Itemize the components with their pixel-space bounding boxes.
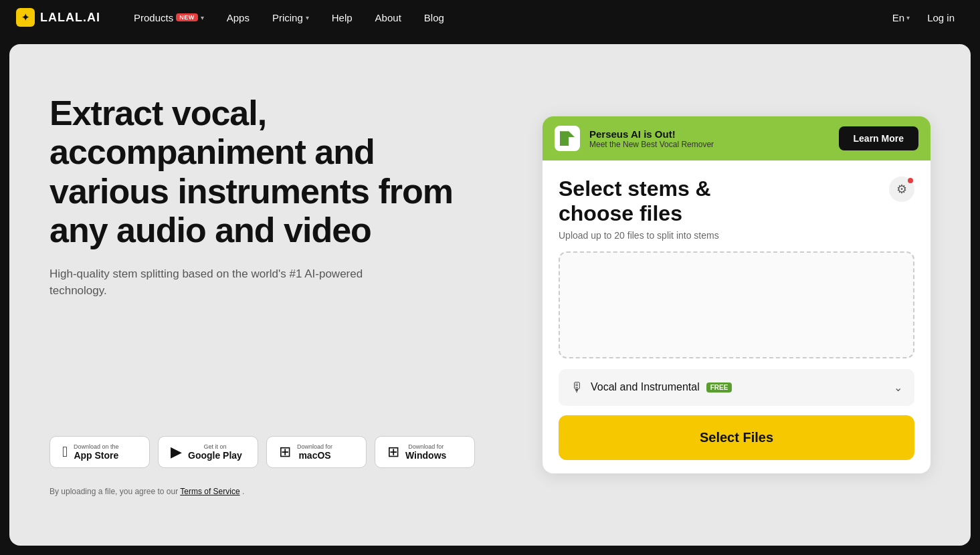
nav-right: En ▾ Log in xyxy=(892,8,964,27)
lang-chevron-icon: ▾ xyxy=(906,14,910,21)
nav-item-about[interactable]: About xyxy=(366,8,411,27)
app-store-button[interactable]:  Download on the App Store xyxy=(50,436,150,468)
hero-subtitle: High-quality stem splitting based on the… xyxy=(50,265,397,300)
learn-more-button[interactable]: Learn More xyxy=(839,126,918,150)
stem-chevron-icon: ⌄ xyxy=(894,381,902,394)
select-files-button[interactable]: Select Files xyxy=(559,415,914,460)
file-drop-area[interactable] xyxy=(559,251,914,358)
banner-p-icon xyxy=(560,131,575,146)
nav-item-apps[interactable]: Apps xyxy=(217,8,259,27)
tos-link[interactable]: Terms of Service xyxy=(180,487,239,496)
app-store-text: Download on the App Store xyxy=(74,443,119,461)
upload-widget: Perseus AI is Out! Meet the New Best Voc… xyxy=(543,116,930,473)
language-selector[interactable]: En ▾ xyxy=(892,12,910,23)
stem-label: Vocal and Instrumental xyxy=(591,381,700,393)
chevron-icon: ▾ xyxy=(306,14,309,21)
widget-section: Perseus AI is Out! Meet the New Best Voc… xyxy=(543,116,930,473)
macos-icon: ⊞ xyxy=(279,443,291,461)
banner-text-group: Perseus AI is Out! Meet the New Best Voc… xyxy=(589,128,829,149)
settings-button[interactable]: ⚙ xyxy=(889,177,914,202)
chevron-icon: ▾ xyxy=(201,14,204,21)
logo-icon: ✦ xyxy=(16,8,35,27)
navbar: ✦ LALAL.AI Products NEW ▾ Apps Pricing ▾… xyxy=(0,0,980,35)
nav-item-help[interactable]: Help xyxy=(322,8,362,27)
login-button[interactable]: Log in xyxy=(918,8,964,27)
macos-button[interactable]: ⊞ Download for macOS xyxy=(266,436,367,468)
promo-banner: Perseus AI is Out! Meet the New Best Voc… xyxy=(543,116,930,160)
widget-body: Select stems &choose files ⚙ Upload up t… xyxy=(543,160,930,473)
download-buttons:  Download on the App Store ▶ Get it on … xyxy=(50,436,502,468)
google-play-icon: ▶ xyxy=(171,443,182,461)
banner-logo-icon xyxy=(555,126,580,151)
hero-section: Extract vocal, accompaniment and various… xyxy=(50,94,502,496)
banner-title: Perseus AI is Out! xyxy=(589,128,829,140)
windows-icon: ⊞ xyxy=(387,443,399,461)
main-content: Extract vocal, accompaniment and various… xyxy=(9,44,971,546)
nav-item-blog[interactable]: Blog xyxy=(415,8,454,27)
apple-icon:  xyxy=(62,443,68,461)
logo-text: LALAL.AI xyxy=(40,11,100,25)
tos-text: By uploading a file, you agree to our Te… xyxy=(50,487,502,496)
nav-item-pricing[interactable]: Pricing ▾ xyxy=(263,8,318,27)
windows-text: Download for Windows xyxy=(405,443,446,461)
stem-selector-left: 🎙 Vocal and Instrumental FREE xyxy=(571,380,732,395)
new-badge: NEW xyxy=(176,13,198,21)
macos-text: Download for macOS xyxy=(297,443,332,461)
settings-badge xyxy=(908,178,913,183)
widget-title: Select stems &choose files xyxy=(559,177,711,226)
google-play-text: Get it on Google Play xyxy=(188,443,242,461)
waveform-icon: 🎙 xyxy=(571,380,584,395)
nav-items: Products NEW ▾ Apps Pricing ▾ Help About… xyxy=(124,8,892,27)
widget-header: Select stems &choose files ⚙ xyxy=(559,177,914,226)
nav-item-products[interactable]: Products NEW ▾ xyxy=(124,8,213,27)
windows-button[interactable]: ⊞ Download for Windows xyxy=(375,436,475,468)
logo[interactable]: ✦ LALAL.AI xyxy=(16,8,100,27)
stem-free-badge: FREE xyxy=(706,382,732,393)
gear-icon: ⚙ xyxy=(896,182,907,197)
hero-title: Extract vocal, accompaniment and various… xyxy=(50,94,502,249)
stem-selector-dropdown[interactable]: 🎙 Vocal and Instrumental FREE ⌄ xyxy=(559,369,914,406)
google-play-button[interactable]: ▶ Get it on Google Play xyxy=(158,436,258,468)
widget-description: Upload up to 20 files to split into stem… xyxy=(559,230,914,241)
banner-subtitle: Meet the New Best Vocal Remover xyxy=(589,140,829,149)
